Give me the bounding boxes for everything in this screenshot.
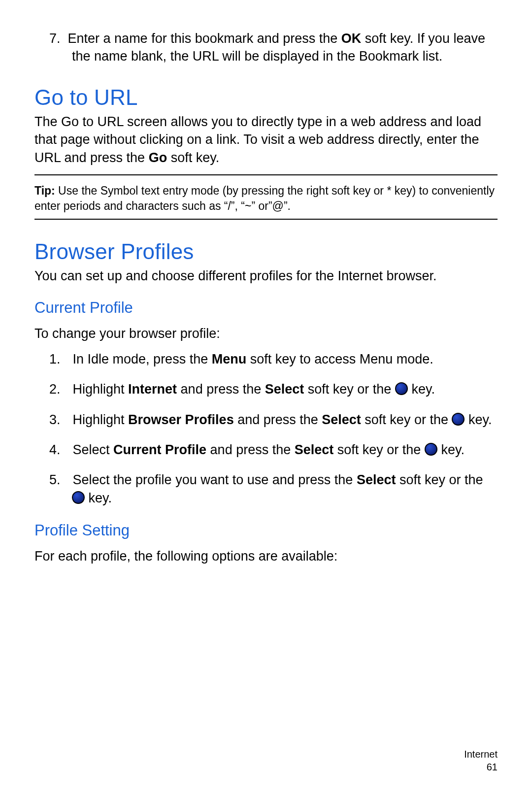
bold-text: Internet — [128, 382, 177, 397]
ordered-step-7: 7. Enter a name for this bookmark and pr… — [49, 30, 498, 66]
tip-block: Tip: Use the Symbol text entry mode (by … — [34, 183, 498, 214]
heading-go-to-url: Go to URL — [34, 85, 498, 110]
nav-key-icon — [72, 491, 85, 504]
bold-text: OK — [341, 31, 362, 46]
text-run: soft key or the — [333, 442, 425, 457]
step-item: Highlight Browser Profiles and press the… — [49, 411, 498, 429]
footer-section: Internet — [464, 748, 498, 761]
body-text: You can set up and choose different prof… — [34, 267, 498, 285]
subheading-current-profile: Current Profile — [34, 299, 498, 317]
divider — [34, 174, 498, 175]
nav-key-icon — [395, 382, 408, 395]
body-text: The Go to URL screen allows you to direc… — [34, 113, 498, 166]
text-run: key. — [437, 442, 465, 457]
heading-browser-profiles: Browser Profiles — [34, 239, 498, 264]
text-run: The Go to URL screen allows you to direc… — [34, 114, 481, 165]
bold-text: Go — [149, 150, 167, 165]
step-item: In Idle mode, press the Menu soft key to… — [49, 350, 498, 368]
bold-text: Select — [322, 412, 361, 427]
text-run: soft key. — [167, 150, 219, 165]
text-run: key. — [85, 491, 112, 505]
text-run: key. — [408, 382, 435, 397]
bold-text: Select — [265, 382, 304, 397]
bold-text: Select — [295, 442, 334, 457]
text-run: Highlight — [73, 412, 129, 427]
bold-text: Select — [357, 472, 396, 487]
body-text: For each profile, the following options … — [34, 547, 498, 565]
text-run: soft key to access Menu mode. — [246, 352, 433, 366]
step-number: 7. — [49, 31, 61, 46]
text-run: soft key or the — [361, 412, 452, 427]
text-run: Select the profile you want to use and p… — [73, 472, 357, 487]
step-item: Select the profile you want to use and p… — [49, 471, 498, 508]
page-footer: Internet 61 — [464, 748, 498, 773]
step-item: Select Current Profile and press the Sel… — [49, 441, 498, 459]
text-run: Select — [73, 442, 114, 457]
tip-label: Tip: — [34, 184, 55, 197]
text-run: and press the — [206, 442, 295, 457]
bold-text: Menu — [212, 352, 247, 366]
text-run: soft key or the — [304, 382, 395, 397]
bold-text: Current Profile — [113, 442, 206, 457]
bold-text: Browser Profiles — [128, 412, 234, 427]
subheading-profile-setting: Profile Setting — [34, 522, 498, 539]
steps-list: In Idle mode, press the Menu soft key to… — [34, 350, 498, 508]
step-text: Enter a name for this bookmark and press… — [68, 31, 341, 46]
footer-page-number: 61 — [464, 761, 498, 773]
text-run: soft key or the — [396, 472, 483, 487]
text-run: and press the — [234, 412, 322, 427]
step-item: Highlight Internet and press the Select … — [49, 380, 498, 399]
divider — [34, 219, 498, 220]
text-run: and press the — [177, 382, 265, 397]
text-run: Highlight — [73, 382, 129, 397]
text-run: key. — [465, 412, 492, 427]
text-run: In Idle mode, press the — [73, 352, 212, 366]
tip-text: Use the Symbol text entry mode (by press… — [34, 184, 495, 212]
nav-key-icon — [452, 413, 465, 426]
document-page: 7. Enter a name for this bookmark and pr… — [0, 0, 532, 798]
body-text: To change your browser profile: — [34, 325, 498, 342]
nav-key-icon — [425, 443, 437, 456]
